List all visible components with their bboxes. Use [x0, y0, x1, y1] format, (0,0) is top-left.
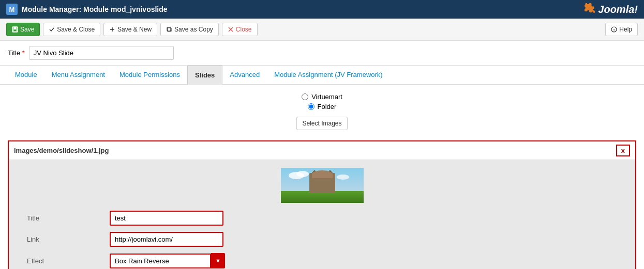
- joomla-logo-text: Joomla!: [598, 4, 638, 15]
- close-button[interactable]: Close: [222, 23, 258, 36]
- tab-slides[interactable]: Slides: [187, 66, 222, 85]
- slide-image-wrap: [17, 168, 627, 203]
- tab-module-permissions[interactable]: Module Permissions: [112, 66, 187, 85]
- checkmark-icon: [49, 26, 55, 33]
- joomla-module-icon: M: [6, 4, 18, 15]
- svg-rect-5: [13, 29, 17, 31]
- tab-advanced[interactable]: Advanced: [222, 66, 267, 85]
- source-radio-group: Virtuemart Folder: [8, 93, 636, 110]
- effect-field-label: Effect: [17, 257, 110, 265]
- link-field-label: Link: [17, 235, 110, 243]
- slide-title-input[interactable]: [110, 211, 223, 226]
- help-button[interactable]: ? Help: [605, 23, 638, 36]
- joomla-logo-icon: [581, 2, 598, 17]
- svg-rect-4: [13, 27, 17, 29]
- title-label: Title *: [8, 49, 25, 57]
- slide-body: Title Link Effect Box Rain Reverse Slice…: [9, 160, 635, 269]
- slide-fields: Title Link Effect Box Rain Reverse Slice…: [17, 211, 627, 268]
- window-title: M Module Manager: Module mod_jvnivoslide: [6, 4, 168, 15]
- save-new-button[interactable]: Save & New: [103, 23, 157, 36]
- svg-rect-25: [313, 179, 316, 182]
- radio-folder-input[interactable]: [308, 103, 314, 110]
- effect-select-wrap: Box Rain Reverse Slice Down Slice Up Box…: [110, 253, 225, 268]
- slide-link-input[interactable]: [110, 232, 223, 247]
- select-images-wrap: Select Images: [8, 117, 636, 130]
- castle-svg: [281, 168, 364, 203]
- svg-rect-26: [328, 179, 332, 182]
- required-indicator: *: [22, 49, 25, 57]
- svg-rect-15: [281, 191, 364, 203]
- slide-effect-select[interactable]: Box Rain Reverse Slice Down Slice Up Box…: [110, 254, 211, 268]
- link-field-row: Link: [17, 232, 627, 247]
- svg-text:M: M: [9, 6, 15, 13]
- save-close-button[interactable]: Save & Close: [43, 23, 100, 36]
- svg-text:?: ?: [613, 28, 615, 32]
- tab-module-assignment-jv[interactable]: Module Assignment (JV Framework): [267, 66, 390, 85]
- svg-point-17: [296, 171, 309, 177]
- svg-rect-20: [311, 174, 318, 184]
- toolbar-buttons: Save Save & Close Save & New Save as Cop…: [6, 23, 258, 36]
- slide-header: images/demo/slideshow/1.jpg x: [9, 141, 635, 160]
- save-button[interactable]: Save: [6, 23, 40, 36]
- save-icon: [12, 26, 18, 33]
- tabs-bar: Module Menu Assignment Module Permission…: [0, 66, 644, 85]
- save-copy-button[interactable]: Save as Copy: [160, 23, 219, 36]
- slide-path: images/demo/slideshow/1.jpg: [14, 147, 109, 154]
- select-arrow-icon: ▼: [211, 253, 225, 268]
- radio-folder: Folder: [308, 103, 337, 110]
- joomla-logo: Joomla!: [581, 2, 638, 17]
- slide-image: [281, 168, 364, 203]
- svg-rect-19: [309, 178, 335, 193]
- slide-close-button[interactable]: x: [616, 145, 630, 156]
- title-section: Title *: [0, 41, 644, 66]
- radio-virtuemart: Virtuemart: [302, 93, 342, 101]
- radio-folder-label: Folder: [318, 103, 337, 110]
- title-field-label: Title: [17, 214, 110, 222]
- title-input[interactable]: [29, 46, 174, 60]
- copy-icon: [166, 26, 172, 33]
- slides-content: Virtuemart Folder Select Images images/d…: [0, 85, 644, 269]
- effect-field-row: Effect Box Rain Reverse Slice Down Slice…: [17, 253, 627, 268]
- slide-panel: images/demo/slideshow/1.jpg x: [8, 140, 636, 269]
- tab-menu-assignment[interactable]: Menu Assignment: [44, 66, 112, 85]
- select-images-button[interactable]: Select Images: [296, 117, 347, 130]
- radio-virtuemart-input[interactable]: [302, 93, 308, 100]
- title-field-row: Title: [17, 211, 627, 226]
- close-icon: [228, 26, 234, 33]
- tab-module[interactable]: Module: [8, 66, 44, 85]
- svg-point-18: [337, 175, 349, 180]
- top-bar: M Module Manager: Module mod_jvnivoslide…: [0, 0, 644, 19]
- svg-rect-24: [318, 183, 326, 193]
- radio-virtuemart-label: Virtuemart: [311, 93, 342, 101]
- question-icon: ?: [611, 26, 617, 33]
- svg-rect-21: [326, 174, 334, 184]
- plus-icon: [109, 26, 115, 33]
- toolbar: Save Save & Close Save & New Save as Cop…: [0, 19, 644, 41]
- toolbar-right: ? Help: [605, 23, 638, 36]
